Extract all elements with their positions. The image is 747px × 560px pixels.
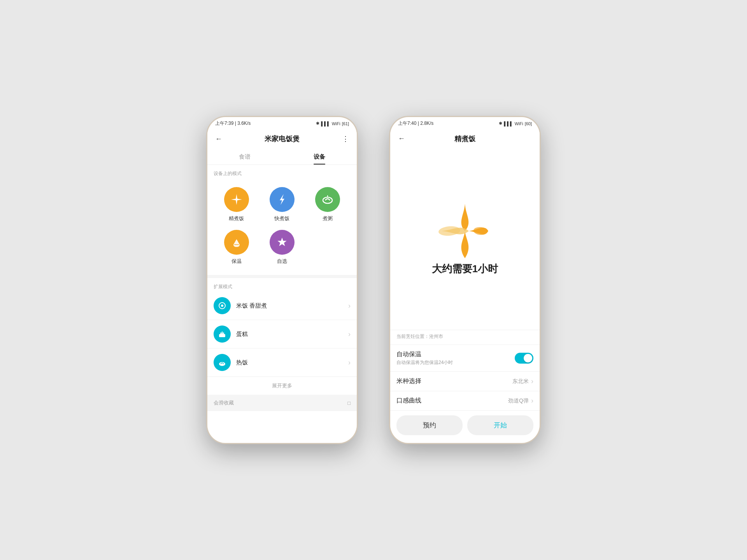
back-button-2[interactable]: ← [396,133,407,144]
more-button-1[interactable]: ⋮ [340,133,351,145]
svg-rect-9 [220,332,224,334]
hero-time-label: 大约需要1小时 [432,262,498,276]
mode-label-zixuan: 自选 [277,258,287,265]
ext-label-cake: 蛋糕 [236,331,348,338]
ext-icon-hot-rice [214,354,231,371]
svg-marker-1 [280,194,284,205]
battery-icon-2: [60] [525,121,532,126]
ext-section-label: 扩展模式 [207,278,357,292]
setting-auto-warm[interactable]: 自动保温 自动保温将为您保温24小时 [390,345,540,371]
rice-type-value: 东北米 [512,378,529,385]
svg-point-7 [221,304,223,307]
scroll-area-1: 设备上的模式 精煮饭 [207,165,357,443]
back-button-1[interactable]: ← [214,133,224,145]
ext-icon-cake [214,326,231,343]
mode-item-bawen[interactable]: 保温 [214,226,259,269]
chevron-icon-rice-type [531,377,533,385]
setting-rice-type-right: 东北米 [512,377,533,385]
settings-area: 当前烹饪位置：沧州市 自动保温 自动保温将为您保温24小时 米种选择 东北米 [390,330,540,410]
ext-item-rice-sweet[interactable]: 米饭 香甜煮 [207,292,357,320]
setting-auto-warm-sub: 自动保温将为您保温24小时 [396,359,515,366]
expand-more-button[interactable]: 展开更多 [207,377,357,395]
start-button[interactable]: 开始 [467,415,533,435]
setting-texture-content: 口感曲线 [396,397,508,405]
status-icons-2: ✱ ▌▌▌ WiFi [60] [499,121,532,126]
page-title-2: 精煮饭 [454,134,475,144]
chevron-icon-cake [348,330,351,338]
svg-marker-0 [231,194,242,205]
mode-icon-bawen [224,230,249,255]
setting-texture-title: 口感曲线 [396,397,508,405]
screen-2: ← 精煮饭 大约需要1小时 当前烹饪位置：沧州市 [390,128,540,443]
mode-icon-zixuan [270,230,295,255]
ext-label-rice-sweet: 米饭 香甜煮 [236,302,348,310]
location-note: 当前烹饪位置：沧州市 [390,330,540,345]
mode-label-bawen: 保温 [231,258,242,265]
setting-rice-type[interactable]: 米种选择 东北米 [390,371,540,391]
ext-label-hot-rice: 热饭 [236,359,348,366]
mode-label-zuzhou: 煮粥 [323,215,333,222]
setting-auto-warm-content: 自动保温 自动保温将为您保温24小时 [396,350,515,366]
phone-1: 上午7:39 | 3.6K/s ✱ ▌▌▌ WiFi [61] ← 米家电饭煲 … [206,116,358,444]
phone-2: 上午7:40 | 2.8K/s ✱ ▌▌▌ WiFi [60] ← 精煮饭 [389,116,541,444]
chevron-icon-rice-sweet [348,302,351,310]
mode-item-jingzufan[interactable]: 精煮饭 [214,183,259,226]
mode-item-zixuan[interactable]: 自选 [259,226,305,269]
header-2: ← 精煮饭 [390,128,540,149]
chevron-icon-hot-rice [348,359,351,367]
tab-bar-1: 食谱 设备 [207,149,357,165]
battery-icon: [61] [342,121,349,126]
setting-texture[interactable]: 口感曲线 劲道Q弹 [390,391,540,410]
chevron-icon-texture [531,397,533,405]
mode-item-kuaizufan[interactable]: 快煮饭 [259,183,305,226]
setting-rice-type-title: 米种选择 [396,377,512,385]
page-title-1: 米家电饭煲 [265,134,300,144]
setting-texture-right: 劲道Q弹 [508,397,533,405]
svg-marker-5 [277,238,286,246]
svg-rect-8 [219,334,225,337]
signal-icon-2: ▌▌▌ [504,121,513,126]
bluetooth-icon-2: ✱ [499,121,502,126]
action-buttons: 预约 开始 [390,410,540,443]
device-mode-section-label: 设备上的模式 [207,165,357,180]
status-bar-1: 上午7:39 | 3.6K/s ✱ ▌▌▌ WiFi [61] [207,117,357,128]
wifi-icon: WiFi [332,121,340,126]
svg-point-13 [473,226,488,235]
hero-area: 大约需要1小时 [390,149,540,330]
status-icons-1: ✱ ▌▌▌ WiFi [61] [316,121,349,126]
mode-item-zuzhou[interactable]: 煮粥 [305,183,351,226]
status-time-2: 上午7:40 | 2.8K/s [398,120,433,127]
ext-item-cake[interactable]: 蛋糕 [207,320,357,348]
texture-value: 劲道Q弹 [508,397,529,404]
wifi-icon-2: WiFi [515,121,523,126]
mode-icon-jingzufan [224,187,249,212]
mode-icon-kuaizufan [270,187,295,212]
bluetooth-icon: ✱ [316,121,319,126]
bottom-hint: 会滑收藏 □ [207,395,357,411]
mode-icon-zuzhou [315,187,340,212]
svg-point-12 [438,226,461,237]
ext-item-hot-rice[interactable]: 热饭 [207,348,357,377]
divider-1 [207,275,357,278]
tab-recipe[interactable]: 食谱 [207,149,282,164]
signal-icon: ▌▌▌ [321,121,330,126]
ai-star-icon [438,200,492,262]
header-1: ← 米家电饭煲 ⋮ [207,128,357,149]
mode-label-kuaizufan: 快煮饭 [274,215,289,222]
setting-auto-warm-title: 自动保温 [396,350,515,359]
setting-rice-type-content: 米种选择 [396,377,512,385]
mode-grid: 精煮饭 快煮饭 [207,180,357,275]
tab-device[interactable]: 设备 [282,149,357,164]
reserve-button[interactable]: 预约 [396,415,463,435]
svg-point-2 [323,197,332,203]
auto-warm-toggle[interactable] [515,353,533,364]
status-time-1: 上午7:39 | 3.6K/s [215,120,251,127]
status-bar-2: 上午7:40 | 2.8K/s ✱ ▌▌▌ WiFi [60] [390,117,540,128]
ext-icon-rice-sweet [214,297,231,314]
screen-1: ← 米家电饭煲 ⋮ 食谱 设备 设备上的模式 精煮饭 [207,128,357,443]
mode-label-jingzufan: 精煮饭 [229,215,244,222]
